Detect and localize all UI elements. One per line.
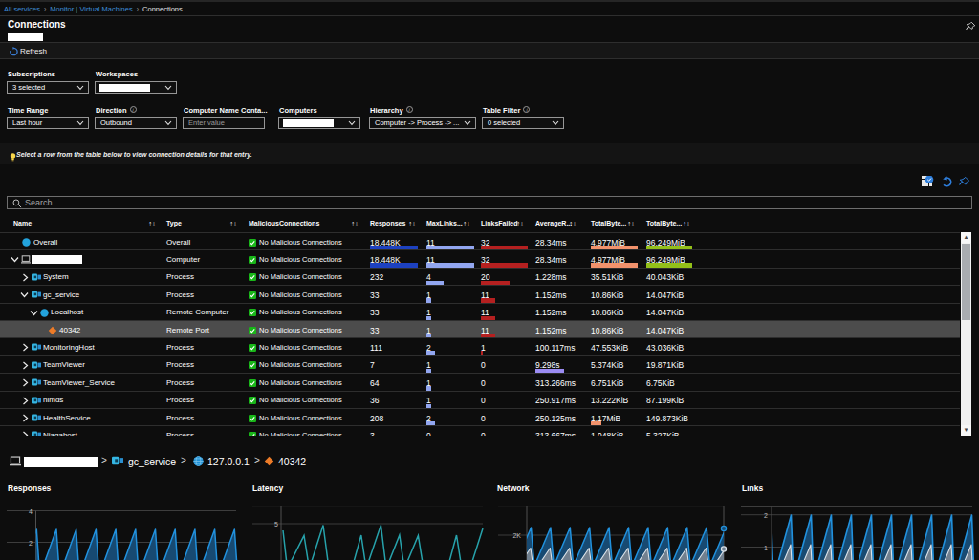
svg-text:2: 2 (764, 512, 768, 519)
svg-text:4: 4 (29, 508, 33, 515)
svg-text:1: 1 (764, 545, 768, 551)
svg-text:2: 2 (29, 540, 33, 547)
svg-text:2K: 2K (512, 532, 521, 539)
svg-text:5: 5 (274, 521, 278, 528)
